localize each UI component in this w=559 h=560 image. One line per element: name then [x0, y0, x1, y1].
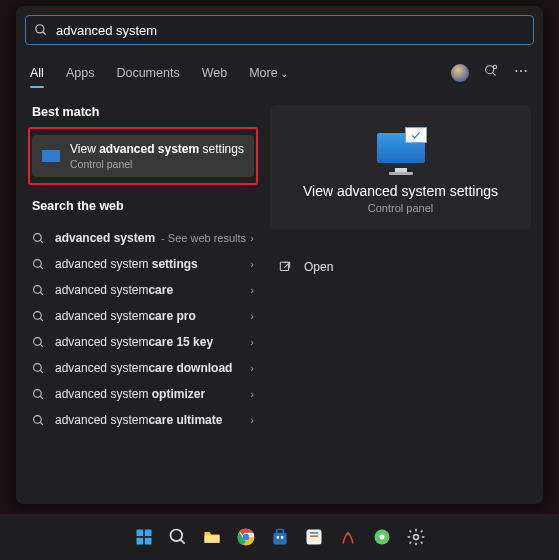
svg-line-31	[180, 540, 184, 544]
search-icon	[32, 258, 45, 271]
search-settings-icon[interactable]	[483, 63, 499, 83]
svg-line-21	[40, 396, 43, 399]
chevron-right-icon: ›	[250, 336, 254, 348]
tab-more[interactable]: More⌄	[249, 66, 287, 80]
svg-point-10	[34, 259, 42, 267]
svg-point-20	[34, 389, 42, 397]
preview-icon	[375, 127, 427, 173]
tab-all[interactable]: All	[30, 66, 44, 80]
svg-rect-24	[280, 262, 288, 270]
tab-documents[interactable]: Documents	[116, 66, 179, 80]
svg-point-30	[170, 530, 182, 542]
taskbar	[0, 514, 559, 560]
svg-rect-38	[280, 536, 283, 539]
search-icon	[32, 362, 45, 375]
search-bar[interactable]	[25, 15, 534, 45]
chevron-right-icon: ›	[250, 414, 254, 426]
settings-icon[interactable]	[403, 524, 429, 550]
svg-rect-40	[309, 532, 317, 534]
svg-point-5	[515, 70, 517, 72]
chevron-right-icon: ›	[250, 232, 254, 244]
start-button[interactable]	[131, 524, 157, 550]
best-match-item[interactable]: View advanced system settings Control pa…	[32, 135, 254, 177]
svg-rect-29	[144, 538, 151, 545]
preview-title: View advanced system settings	[303, 183, 498, 199]
preview-card: View advanced system settings Control pa…	[270, 105, 531, 230]
search-icon	[32, 388, 45, 401]
svg-rect-35	[273, 533, 286, 545]
search-icon	[32, 336, 45, 349]
preview-column: View advanced system settings Control pa…	[270, 105, 531, 494]
web-suggestion-text: advanced system - See web results	[55, 231, 246, 245]
web-suggestion-item[interactable]: advanced systemcare download›	[28, 355, 258, 381]
svg-point-16	[34, 337, 42, 345]
web-suggestion-text: advanced systemcare	[55, 283, 246, 297]
tab-apps[interactable]: Apps	[66, 66, 95, 80]
svg-line-13	[40, 292, 43, 295]
preview-subtitle: Control panel	[368, 202, 433, 214]
svg-rect-28	[136, 538, 143, 545]
svg-point-44	[379, 535, 384, 540]
web-suggestion-text: advanced systemcare download	[55, 361, 246, 375]
best-match-highlight: View advanced system settings Control pa…	[28, 127, 258, 185]
web-suggestion-item[interactable]: advanced systemcare 15 key›	[28, 329, 258, 355]
svg-line-17	[40, 344, 43, 347]
svg-rect-41	[309, 535, 317, 537]
web-suggestion-text: advanced systemcare pro	[55, 309, 246, 323]
svg-rect-36	[276, 530, 283, 534]
monitor-settings-icon	[40, 145, 62, 167]
svg-rect-37	[276, 536, 279, 539]
web-suggestions-list: advanced system - See web results›advanc…	[28, 225, 258, 433]
file-explorer-icon[interactable]	[199, 524, 225, 550]
open-action[interactable]: Open	[270, 250, 531, 284]
svg-rect-32	[204, 535, 219, 543]
chevron-right-icon: ›	[250, 284, 254, 296]
tabs: All Apps Documents Web More⌄	[16, 59, 543, 87]
search-web-label: Search the web	[32, 199, 258, 213]
search-icon	[32, 414, 45, 427]
search-icon	[34, 23, 48, 37]
best-match-label: Best match	[32, 105, 258, 119]
app-icon-2[interactable]	[335, 524, 361, 550]
svg-point-7	[525, 70, 527, 72]
svg-point-12	[34, 285, 42, 293]
svg-rect-27	[144, 530, 151, 537]
store-icon[interactable]	[267, 524, 293, 550]
web-suggestion-item[interactable]: advanced systemcare pro›	[28, 303, 258, 329]
svg-point-14	[34, 311, 42, 319]
chevron-right-icon: ›	[250, 388, 254, 400]
svg-point-4	[493, 65, 496, 68]
user-avatar[interactable]	[451, 64, 469, 82]
tab-web[interactable]: Web	[202, 66, 227, 80]
search-icon	[32, 310, 45, 323]
svg-line-9	[40, 240, 43, 243]
web-suggestion-text: advanced system optimizer	[55, 387, 246, 401]
svg-line-1	[43, 32, 46, 35]
search-icon	[32, 232, 45, 245]
svg-point-8	[34, 233, 42, 241]
taskbar-search-icon[interactable]	[165, 524, 191, 550]
svg-line-11	[40, 266, 43, 269]
open-label: Open	[304, 260, 333, 274]
web-suggestion-item[interactable]: advanced system optimizer›	[28, 381, 258, 407]
search-input[interactable]	[56, 23, 525, 38]
web-suggestion-item[interactable]: advanced system - See web results›	[28, 225, 258, 251]
svg-point-6	[520, 70, 522, 72]
results-left-column: Best match View advanced system settings…	[28, 105, 258, 494]
more-options-icon[interactable]	[513, 63, 529, 83]
chevron-right-icon: ›	[250, 258, 254, 270]
svg-point-0	[36, 25, 44, 33]
chevron-right-icon: ›	[250, 310, 254, 322]
chrome-icon[interactable]	[233, 524, 259, 550]
app-icon-3[interactable]	[369, 524, 395, 550]
svg-point-22	[34, 415, 42, 423]
svg-point-18	[34, 363, 42, 371]
web-suggestion-item[interactable]: advanced system settings›	[28, 251, 258, 277]
svg-line-23	[40, 422, 43, 425]
chevron-down-icon: ⌄	[280, 68, 288, 79]
web-suggestion-item[interactable]: advanced systemcare›	[28, 277, 258, 303]
web-suggestion-item[interactable]: advanced systemcare ultimate›	[28, 407, 258, 433]
svg-line-19	[40, 370, 43, 373]
app-icon-1[interactable]	[301, 524, 327, 550]
best-match-subtitle: Control panel	[70, 158, 244, 170]
